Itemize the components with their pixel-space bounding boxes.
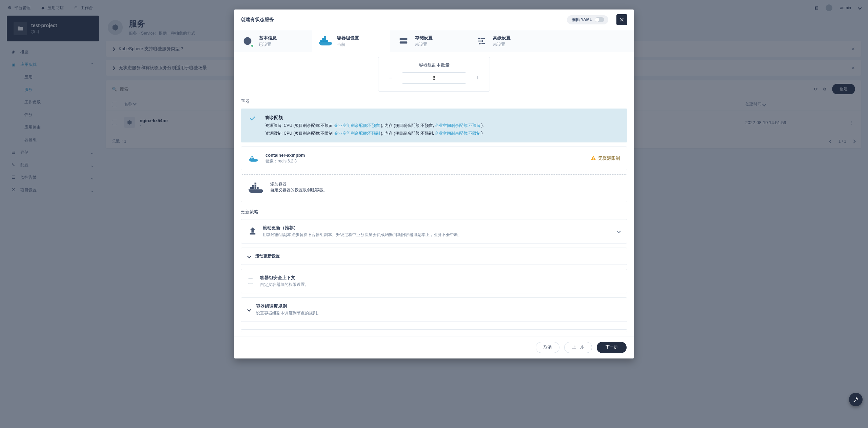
svg-rect-17 bbox=[252, 158, 253, 159]
svg-rect-6 bbox=[324, 38, 326, 40]
svg-rect-23 bbox=[252, 187, 254, 189]
tab-status: 未设置 bbox=[415, 42, 433, 47]
tab-storage[interactable]: 存储设置 未设置 bbox=[390, 30, 468, 52]
modal-tabs: 基本信息 已设置 容器组设置 当前 存储设置 未设置 bbox=[234, 30, 634, 52]
prev-button[interactable]: 上一步 bbox=[564, 342, 592, 353]
cancel-button[interactable]: 取消 bbox=[536, 342, 559, 353]
rolling-settings-label: 滚动更新设置 bbox=[255, 253, 280, 259]
replica-stepper: 容器组副本数量 − + bbox=[378, 57, 490, 92]
rolling-title: 滚动更新（推荐） bbox=[263, 225, 462, 231]
tab-container[interactable]: 容器组设置 当前 bbox=[312, 30, 390, 52]
container-section-label: 容器 bbox=[241, 98, 627, 104]
svg-rect-29 bbox=[250, 233, 255, 235]
svg-rect-16 bbox=[250, 158, 251, 159]
svg-rect-9 bbox=[400, 41, 408, 43]
add-container-title: 添加容器 bbox=[270, 181, 327, 187]
tab-basic[interactable]: 基本信息 已设置 bbox=[234, 30, 312, 52]
modal-title: 创建有状态服务 bbox=[241, 17, 274, 23]
hammer-icon bbox=[853, 396, 859, 403]
svg-rect-5 bbox=[322, 38, 324, 40]
container-image: redis:6.2.3 bbox=[278, 159, 297, 163]
close-button[interactable] bbox=[616, 14, 627, 25]
quota-line1-post: ). bbox=[481, 123, 484, 129]
replica-decrement[interactable]: − bbox=[387, 73, 395, 83]
svg-rect-25 bbox=[257, 187, 259, 189]
quota-line2-pre: 资源限制: CPU (项目剩余配额:不限制, bbox=[265, 131, 334, 136]
scheduling-rules-row[interactable]: 容器组调度规则 设置容器组副本调度到节点的规则。 bbox=[241, 297, 627, 322]
svg-rect-24 bbox=[255, 187, 257, 189]
tab-status: 当前 bbox=[337, 42, 359, 47]
chevron-down-icon bbox=[248, 254, 251, 259]
svg-rect-26 bbox=[252, 185, 254, 187]
next-button[interactable]: 下一步 bbox=[597, 342, 627, 353]
tab-advanced[interactable]: 高级设置 未设置 bbox=[468, 30, 546, 52]
add-container-icon bbox=[248, 181, 264, 195]
quota-link[interactable]: 企业空间剩余配额:不预留 bbox=[334, 123, 380, 129]
tab-label: 基本信息 bbox=[259, 35, 277, 41]
replica-label: 容器组副本数量 bbox=[387, 62, 481, 68]
quota-line2-mid: ), 内存 (项目剩余配额:不限制, bbox=[381, 131, 434, 136]
quota-link[interactable]: 企业空间剩余配额:不限制 bbox=[334, 131, 380, 136]
svg-point-12 bbox=[481, 40, 483, 42]
svg-point-0 bbox=[244, 37, 252, 45]
replica-increment[interactable]: + bbox=[473, 73, 481, 83]
tab-advanced-icon bbox=[475, 34, 488, 48]
security-checkbox[interactable] bbox=[248, 278, 253, 284]
rolling-desc: 用新容器组副本逐步替换旧容器组副本。升级过程中业务流量会负载均衡到新旧容器组副本… bbox=[263, 232, 462, 238]
svg-rect-27 bbox=[255, 185, 257, 187]
quota-banner: 剩余配额 资源预留: CPU (项目剩余配额:不预留, 企业空间剩余配额:不预留… bbox=[241, 109, 627, 142]
create-service-modal: 创建有状态服务 编辑 YAML 基本信息 已设置 bbox=[234, 9, 634, 358]
edit-yaml-button[interactable]: 编辑 YAML bbox=[567, 15, 608, 24]
rolling-settings-row[interactable]: 滚动更新设置 bbox=[241, 248, 627, 265]
chevron-down-icon[interactable] bbox=[617, 229, 620, 234]
svg-rect-13 bbox=[478, 41, 481, 42]
warning-icon bbox=[591, 155, 596, 162]
quota-line1-mid: ), 内存 (项目剩余配额:不预留, bbox=[381, 123, 434, 129]
tab-status: 已设置 bbox=[259, 42, 277, 47]
add-container[interactable]: 添加容器 自定义容器的设置以创建容器。 bbox=[241, 174, 627, 202]
tab-label: 高级设置 bbox=[493, 35, 511, 41]
svg-rect-8 bbox=[400, 38, 408, 40]
toggle-icon bbox=[595, 17, 604, 22]
modal-overlay: 创建有状态服务 编辑 YAML 基本信息 已设置 bbox=[0, 0, 868, 428]
security-context-row[interactable]: 容器组安全上下文 自定义容器组的权限设置。 bbox=[241, 269, 627, 293]
scheduling-title: 容器组调度规则 bbox=[256, 303, 321, 309]
container-warning: 无资源限制 bbox=[591, 155, 620, 162]
svg-rect-19 bbox=[252, 156, 253, 157]
rolling-update-option[interactable]: 滚动更新（推荐） 用新容器组副本逐步替换旧容器组副本。升级过程中业务流量会负载均… bbox=[241, 219, 627, 244]
svg-rect-4 bbox=[326, 40, 328, 42]
quota-link[interactable]: 企业空间剩余配额:不预留 bbox=[435, 123, 480, 129]
svg-point-10 bbox=[478, 38, 480, 39]
svg-rect-20 bbox=[593, 157, 593, 159]
tab-basic-icon bbox=[241, 34, 254, 48]
quota-line2-post: ). bbox=[481, 131, 484, 136]
scheduling-desc: 设置容器组副本调度到节点的规则。 bbox=[256, 310, 321, 316]
partial-next-row bbox=[241, 329, 627, 332]
svg-rect-3 bbox=[324, 40, 326, 42]
container-warning-text: 无资源限制 bbox=[598, 155, 620, 161]
container-icon bbox=[248, 152, 260, 164]
help-fab[interactable] bbox=[849, 393, 863, 406]
security-title: 容器组安全上下文 bbox=[260, 275, 309, 281]
quota-link[interactable]: 企业空间剩余配额:不限制 bbox=[435, 131, 480, 136]
tab-label: 容器组设置 bbox=[337, 35, 359, 41]
container-item[interactable]: container-axmpbm 镜像：redis:6.2.3 无资源限制 bbox=[241, 147, 627, 170]
tab-label: 存储设置 bbox=[415, 35, 433, 41]
quota-line1-pre: 资源预留: CPU (项目剩余配额:不预留, bbox=[265, 123, 334, 129]
svg-rect-18 bbox=[253, 158, 254, 159]
check-icon bbox=[249, 115, 258, 136]
container-name: container-axmpbm bbox=[265, 153, 305, 158]
svg-rect-11 bbox=[481, 38, 485, 39]
chevron-down-icon bbox=[248, 307, 251, 312]
security-desc: 自定义容器组的权限设置。 bbox=[260, 282, 309, 288]
tab-container-icon bbox=[319, 34, 332, 48]
svg-rect-7 bbox=[324, 36, 326, 38]
svg-rect-21 bbox=[593, 159, 593, 159]
tab-storage-icon bbox=[397, 34, 410, 48]
upload-icon bbox=[248, 226, 257, 237]
svg-rect-22 bbox=[250, 187, 252, 189]
add-container-desc: 自定义容器的设置以创建容器。 bbox=[270, 187, 327, 193]
replica-input[interactable] bbox=[402, 72, 466, 84]
svg-point-14 bbox=[479, 43, 481, 44]
tab-status: 未设置 bbox=[493, 42, 511, 47]
